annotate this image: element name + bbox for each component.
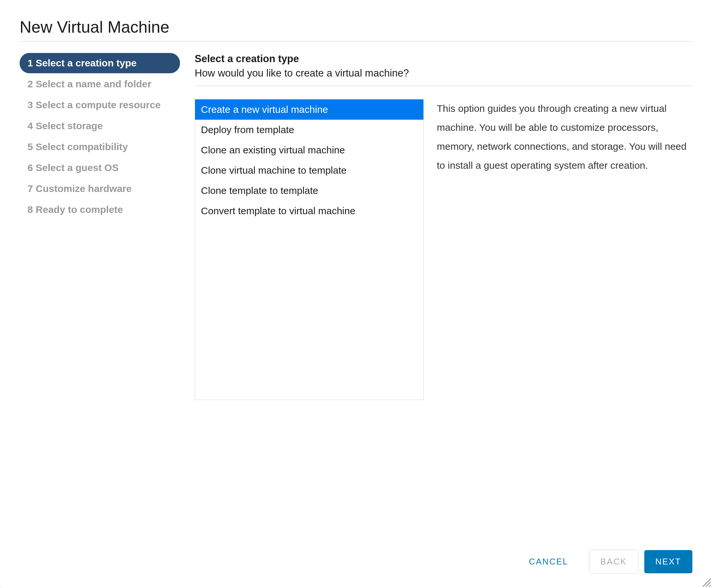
wizard-steps-sidebar: 1 Select a creation type 2 Select a name… — [20, 53, 180, 540]
creation-type-options-list: Create a new virtual machine Deploy from… — [195, 99, 424, 400]
wizard-step-3-compute-resource: 3 Select a compute resource — [20, 95, 180, 115]
option-convert-template-to-vm[interactable]: Convert template to virtual machine — [195, 201, 423, 221]
option-description: This option guides you through creating … — [437, 99, 692, 540]
resize-handle-icon[interactable] — [702, 578, 711, 587]
dialog-body: 1 Select a creation type 2 Select a name… — [0, 48, 712, 540]
wizard-step-number: 7 — [27, 183, 33, 194]
option-clone-existing-vm[interactable]: Clone an existing virtual machine — [195, 140, 423, 160]
wizard-step-number: 5 — [27, 141, 33, 152]
content-header: Select a creation type How would you lik… — [195, 53, 692, 86]
back-button: BACK — [589, 550, 638, 574]
wizard-step-label: Select a guest OS — [36, 162, 119, 173]
new-vm-wizard-dialog: New Virtual Machine 1 Select a creation … — [0, 0, 712, 588]
wizard-step-label: Select a creation type — [36, 58, 137, 68]
dialog-header: New Virtual Machine — [0, 0, 712, 48]
wizard-step-number: 1 — [27, 58, 33, 68]
wizard-step-8-ready-complete: 8 Ready to complete — [20, 200, 180, 220]
wizard-step-2-name-folder: 2 Select a name and folder — [20, 74, 180, 94]
wizard-step-number: 2 — [27, 79, 33, 89]
wizard-step-5-compatibility: 5 Select compatibility — [20, 137, 180, 157]
wizard-step-label: Select a compute resource — [36, 100, 161, 110]
option-deploy-from-template[interactable]: Deploy from template — [195, 120, 423, 140]
wizard-step-7-customize-hardware: 7 Customize hardware — [20, 178, 180, 199]
wizard-step-number: 8 — [27, 204, 33, 215]
wizard-step-1-creation-type[interactable]: 1 Select a creation type — [20, 53, 180, 73]
option-clone-vm-to-template[interactable]: Clone virtual machine to template — [195, 160, 423, 181]
wizard-step-label: Customize hardware — [36, 183, 131, 194]
next-button[interactable]: NEXT — [644, 550, 692, 573]
wizard-step-number: 3 — [27, 100, 33, 110]
wizard-step-label: Select a name and folder — [36, 79, 151, 89]
wizard-step-4-storage: 4 Select storage — [20, 116, 180, 136]
wizard-step-label: Ready to complete — [36, 204, 123, 215]
main-content: Select a creation type How would you lik… — [195, 53, 692, 540]
content-panes: Create a new virtual machine Deploy from… — [195, 99, 692, 540]
dialog-footer: CANCEL BACK NEXT — [0, 540, 712, 588]
content-title: Select a creation type — [195, 53, 692, 65]
wizard-step-label: Select storage — [36, 120, 103, 131]
wizard-step-6-guest-os: 6 Select a guest OS — [20, 158, 180, 178]
cancel-button[interactable]: CANCEL — [517, 550, 583, 573]
wizard-step-label: Select compatibility — [36, 141, 128, 152]
dialog-title: New Virtual Machine — [20, 18, 692, 42]
content-subtitle: How would you like to create a virtual m… — [195, 67, 692, 79]
wizard-step-number: 4 — [27, 120, 33, 131]
option-create-new-vm[interactable]: Create a new virtual machine — [195, 100, 423, 120]
wizard-step-number: 6 — [27, 162, 33, 173]
option-clone-template-to-template[interactable]: Clone template to template — [195, 181, 423, 201]
